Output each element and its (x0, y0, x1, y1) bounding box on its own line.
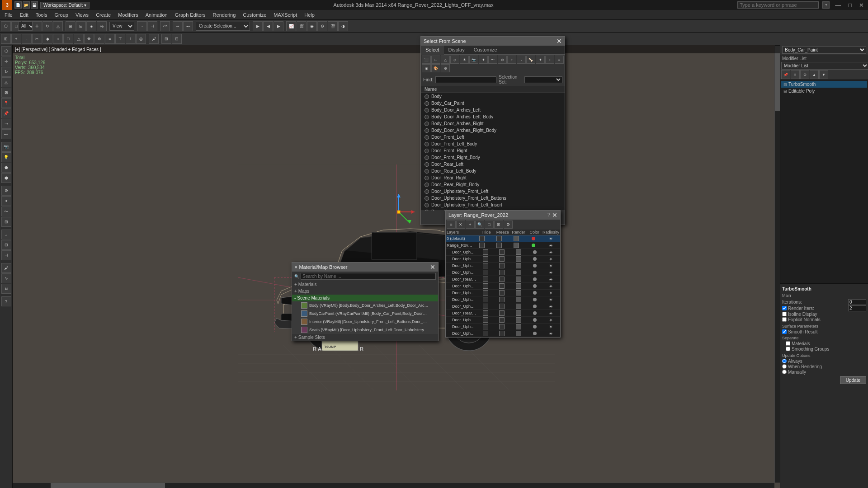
object-list-item[interactable]: Door_Front_Right (421, 147, 565, 154)
menu-modifiers[interactable]: Modifiers (114, 11, 142, 19)
percent-snap-btn[interactable]: % (97, 21, 107, 31)
lt-help[interactable]: ? (1, 296, 11, 306)
layer-hide-cell[interactable] (477, 290, 494, 296)
isoline-checkbox[interactable] (782, 312, 787, 316)
layer-color-cell[interactable] (527, 264, 543, 267)
sel-invert-btn[interactable]: ⊘ (498, 56, 507, 64)
sel-camera-btn[interactable]: 📷 (469, 56, 478, 64)
object-list-item[interactable]: Door_Rear_Right_Body (421, 181, 565, 188)
menu-views[interactable]: Views (72, 11, 92, 19)
layer-radiosity-cell[interactable]: ☀ (543, 284, 559, 289)
show-all-btn[interactable]: ≡ (791, 70, 800, 79)
lt-cloth[interactable]: ≋ (1, 284, 11, 294)
t2-isolate-btn[interactable]: ◎ (136, 34, 146, 44)
t2-btn4[interactable]: ✂ (32, 34, 42, 44)
lt-scale[interactable]: △ (1, 77, 11, 87)
layer-color-cell[interactable] (527, 250, 543, 254)
layer-hide-cell[interactable] (477, 263, 494, 268)
rendering-radio[interactable] (782, 364, 787, 369)
layer-add-btn[interactable]: + (466, 221, 475, 229)
t2-btn5[interactable]: ◆ (42, 34, 52, 44)
select-tab-customize[interactable]: Customize (469, 46, 502, 54)
layer-radiosity-cell[interactable]: ☀ (543, 318, 559, 323)
modifier-editable-poly[interactable]: ⊟ Editable Poly (781, 88, 867, 94)
t2-paint-btn[interactable]: 🖌 (149, 34, 159, 44)
sel-layer-btn[interactable]: ≡ (555, 56, 564, 64)
filter-dropdown-btn[interactable]: All (22, 21, 32, 31)
layer-render-cell[interactable] (510, 263, 527, 268)
layer-freeze-cell[interactable] (494, 310, 510, 316)
lt-bind[interactable]: ⊷ (1, 129, 11, 139)
layer-color-cell[interactable] (525, 237, 542, 240)
mat-close-btn[interactable]: ✕ (430, 264, 435, 270)
layer-row[interactable]: Door_Uphol...ft ☀ (446, 249, 560, 256)
t2-btn7[interactable]: □ (63, 34, 73, 44)
layer-row[interactable]: Door_Uphol...ft ☀ (446, 324, 560, 330)
layer-freeze-cell[interactable] (494, 317, 510, 323)
layer-freeze-cell[interactable] (494, 331, 510, 336)
materials-checkbox[interactable] (786, 341, 790, 346)
select-tab-display[interactable]: Display (444, 46, 469, 54)
t2-toggle-btn[interactable]: ⊞ (161, 34, 171, 44)
layer-hide-cell[interactable] (477, 297, 494, 302)
lt-place[interactable]: 📍 (1, 98, 11, 108)
modifier-up-btn[interactable]: ▲ (810, 70, 819, 79)
close-btn[interactable]: ✕ (857, 2, 866, 9)
layer-color-cell[interactable] (527, 257, 543, 261)
layer-freeze-cell[interactable] (494, 277, 510, 282)
layer-render-cell[interactable] (510, 297, 527, 302)
layer-freeze-cell[interactable] (494, 249, 510, 255)
mat-search-input[interactable] (301, 273, 436, 280)
material-btn[interactable]: ◉ (307, 21, 317, 31)
layer-render-cell[interactable] (510, 324, 527, 329)
lt-paint[interactable]: 🖌 (1, 263, 11, 273)
lt-rotate[interactable]: ↻ (1, 67, 11, 77)
lt-uniform[interactable]: ⊠ (1, 88, 11, 98)
object-list-item[interactable]: Door_Front_Right_Body (421, 154, 565, 161)
lt-align[interactable]: ⊣ (1, 250, 11, 260)
sel-sort-btn[interactable]: ↕ (545, 56, 554, 64)
layer-row[interactable]: Door_Uphol...Fr ☀ (446, 256, 560, 263)
layer-radiosity-cell[interactable]: ☀ (542, 243, 559, 248)
layer-color-cell[interactable] (527, 305, 543, 308)
layer-radiosity-cell[interactable]: ☀ (543, 311, 559, 316)
layer-hide-cell[interactable] (477, 324, 494, 329)
sel-options-btn[interactable]: ⚙ (441, 64, 450, 72)
iterations-input[interactable] (848, 299, 866, 305)
layer-color-cell[interactable] (527, 291, 543, 295)
t2-btn1[interactable]: ⊞ (1, 34, 11, 44)
smooth-result-checkbox[interactable] (782, 329, 787, 334)
object-list-item[interactable]: Body_Door_Arches_Left (421, 107, 565, 113)
layer-render-cell[interactable] (508, 243, 525, 248)
layer-row[interactable]: Door_Uphol...ht ☀ (446, 283, 560, 290)
help-btn[interactable]: ? (822, 1, 830, 9)
layer-hide-cell[interactable] (477, 317, 494, 323)
selection-set-select[interactable]: Create Selection... (196, 22, 250, 31)
layer-color-cell[interactable] (527, 318, 543, 322)
select-dialog-close-btn[interactable]: ✕ (557, 38, 562, 44)
layer-list[interactable]: 0 (default) ☀ Range_Rover_2022 ☀ Door_Up… (446, 235, 560, 337)
lt-shape[interactable]: ⬟ (1, 163, 11, 173)
smoothing-checkbox[interactable] (786, 347, 790, 351)
render-iters-input[interactable] (848, 305, 866, 311)
layer-freeze-cell[interactable] (494, 324, 510, 329)
minimize-btn[interactable]: — (833, 2, 843, 9)
layer-row[interactable]: Door_Uphol...ef ☀ (446, 330, 560, 337)
rotate-btn[interactable]: ↻ (42, 21, 52, 31)
object-list-item[interactable]: Body_Door_Arches_Right (421, 120, 565, 127)
menu-customize[interactable]: Customize (239, 11, 270, 19)
link-btn[interactable]: ⊸ (173, 21, 183, 31)
layer-radiosity-cell[interactable]: ☀ (543, 324, 559, 329)
lt-link[interactable]: ⊸ (1, 119, 11, 129)
object-list-item[interactable]: Door_Rear_Left_Body (421, 168, 565, 174)
viewport-vscrollbar[interactable] (774, 45, 780, 483)
layer-hide-cell[interactable] (477, 249, 494, 255)
layer-color-cell[interactable] (527, 332, 543, 335)
t2-btn10[interactable]: ⊕ (94, 34, 104, 44)
t2-btn13[interactable]: ⊥ (126, 34, 136, 44)
menu-maxscript[interactable]: MAXScript (270, 11, 301, 19)
schematic-btn[interactable]: 🕸 (297, 21, 307, 31)
object-list-item[interactable]: Door_Rear_Left (421, 161, 565, 168)
open-file-btn[interactable]: 📂 (23, 1, 30, 9)
render-btn[interactable]: 🎬 (328, 21, 338, 31)
